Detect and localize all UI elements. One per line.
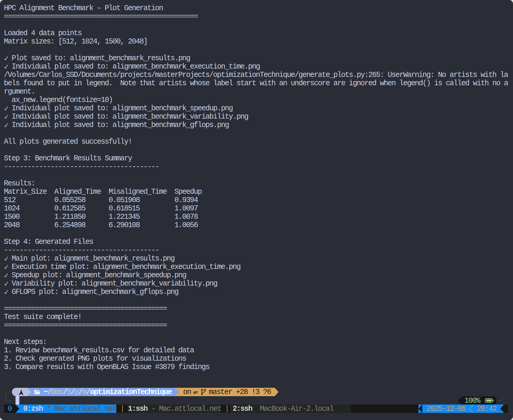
svg-text:git: git xyxy=(193,390,198,394)
